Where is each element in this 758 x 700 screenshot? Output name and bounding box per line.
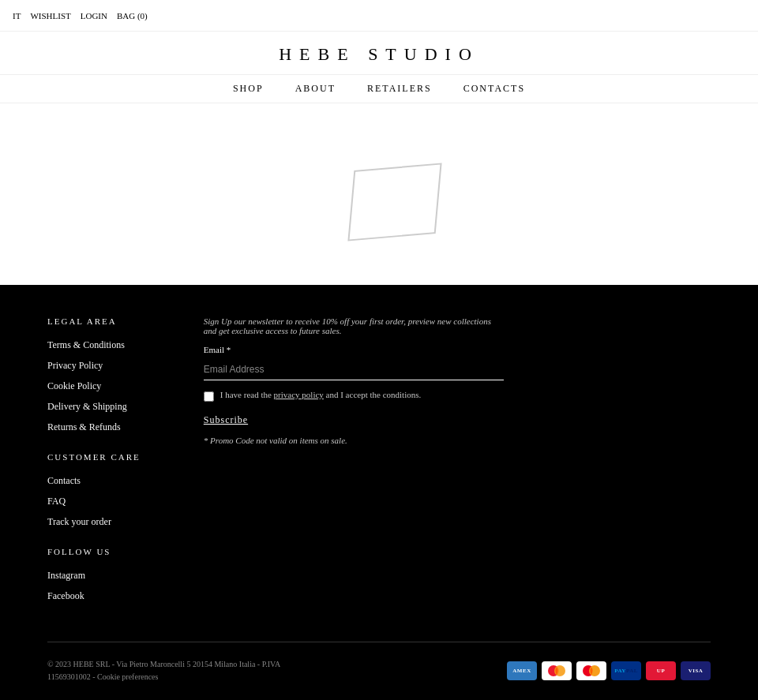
terms-link[interactable]: Terms & Conditions — [47, 339, 125, 350]
list-item: Terms & Conditions — [47, 339, 141, 351]
nav-contacts[interactable]: CONTACTS — [463, 83, 525, 95]
privacy-policy-link[interactable]: privacy policy — [274, 390, 324, 399]
list-item: FAQ — [47, 495, 141, 507]
subscribe-button[interactable]: Subscribe — [204, 414, 248, 426]
nav-about[interactable]: ABOUT — [295, 83, 336, 95]
footer: LEGAL AREA Terms & Conditions Privacy Po… — [0, 285, 758, 700]
legal-links-list: Terms & Conditions Privacy Policy Cookie… — [47, 339, 141, 433]
email-input[interactable] — [204, 359, 504, 380]
vat-line: 11569301002 - Cookie preferences — [47, 671, 280, 683]
nav-retailers[interactable]: RETAILERS — [367, 83, 432, 95]
cookie-preferences-link[interactable]: Cookie preferences — [97, 672, 158, 681]
newsletter-section: Sign Up our newsletter to receive 10% of… — [204, 316, 504, 445]
list-item: Delivery & Shipping — [47, 400, 141, 413]
list-item: Cookie Policy — [47, 380, 141, 392]
bag-link[interactable]: BAG (0) — [117, 11, 148, 21]
lang-it-link[interactable]: IT — [13, 11, 21, 21]
delivery-link[interactable]: Delivery & Shipping — [47, 401, 127, 412]
privacy-link[interactable]: Privacy Policy — [47, 360, 103, 371]
top-bar-left: IT WISHLIST LOGIN BAG (0) — [13, 11, 148, 21]
privacy-checkbox[interactable] — [204, 391, 214, 402]
visa-icon: VISA — [681, 661, 711, 680]
follow-links-list: Instagram Facebook — [47, 569, 141, 602]
footer-bottom: © 2023 HEBE SRL - Via Pietro Maroncelli … — [47, 642, 711, 683]
customer-care-heading: CUSTOMER CARE — [47, 452, 141, 462]
wishlist-link[interactable]: WISHLIST — [30, 11, 70, 21]
privacy-checkbox-label: I have read the privacy policy and I acc… — [220, 390, 421, 399]
amex-icon: AMEX — [507, 661, 537, 680]
legal-area-heading: LEGAL AREA — [47, 316, 141, 326]
footer-bottom-left: © 2023 HEBE SRL - Via Pietro Maroncelli … — [47, 658, 280, 683]
maestro-icon — [542, 661, 572, 680]
unionpay-icon: UP — [646, 661, 676, 680]
faq-link[interactable]: FAQ — [47, 496, 66, 507]
main-nav: SHOP ABOUT RETAILERS CONTACTS — [0, 74, 758, 103]
list-item: Privacy Policy — [47, 359, 141, 372]
footer-top: LEGAL AREA Terms & Conditions Privacy Po… — [47, 316, 711, 610]
list-item: Track your order — [47, 515, 141, 528]
promo-note: * Promo Code not valid on items on sale. — [204, 436, 504, 445]
list-item: Facebook — [47, 590, 141, 602]
instagram-link[interactable]: Instagram — [47, 570, 85, 581]
footer-legal-col: LEGAL AREA Terms & Conditions Privacy Po… — [47, 316, 141, 610]
nav-shop[interactable]: SHOP — [233, 83, 264, 95]
payment-icons: AMEX PayPal UP VISA — [507, 661, 711, 680]
email-label: Email * — [204, 345, 504, 354]
contacts-link[interactable]: Contacts — [47, 475, 81, 486]
cookie-link[interactable]: Cookie Policy — [47, 380, 101, 391]
follow-us-heading: FOLLOW US — [47, 547, 141, 556]
top-bar: IT WISHLIST LOGIN BAG (0) — [0, 0, 758, 32]
newsletter-description: Sign Up our newsletter to receive 10% of… — [204, 316, 504, 335]
paypal-icon: PayPal — [611, 661, 641, 680]
login-link[interactable]: LOGIN — [81, 11, 107, 21]
copyright-line: © 2023 HEBE SRL - Via Pietro Maroncelli … — [47, 658, 280, 671]
site-logo: HEBE STUDIO — [279, 44, 479, 65]
track-order-link[interactable]: Track your order — [47, 516, 111, 527]
header: HEBE STUDIO SHOP ABOUT RETAILERS CONTACT… — [0, 32, 758, 103]
hero-image — [347, 163, 441, 241]
hero-section — [0, 103, 758, 285]
list-item: Returns & Refunds — [47, 421, 141, 433]
list-item: Contacts — [47, 474, 141, 487]
list-item: Instagram — [47, 569, 141, 582]
customer-care-links-list: Contacts FAQ Track your order — [47, 474, 141, 528]
newsletter-col: Sign Up our newsletter to receive 10% of… — [204, 316, 504, 610]
privacy-checkbox-row: I have read the privacy policy and I acc… — [204, 390, 504, 402]
returns-link[interactable]: Returns & Refunds — [47, 421, 121, 432]
mastercard-icon — [576, 661, 606, 680]
facebook-link[interactable]: Facebook — [47, 590, 84, 601]
